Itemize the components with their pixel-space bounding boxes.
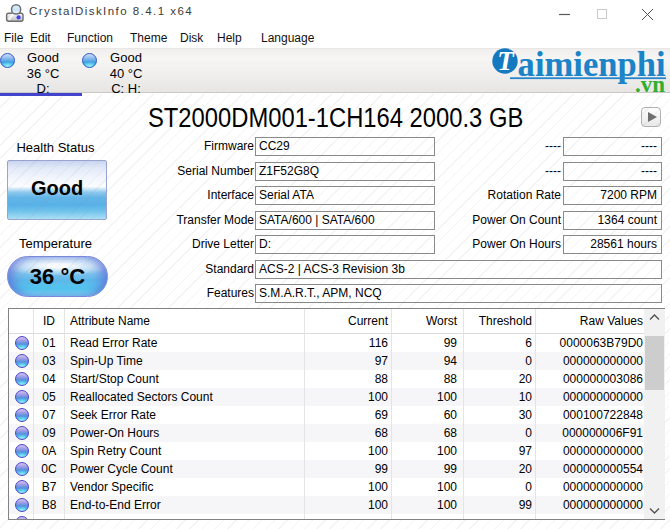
svg-text:.vn: .vn (635, 72, 665, 97)
svg-text:T: T (497, 46, 515, 76)
